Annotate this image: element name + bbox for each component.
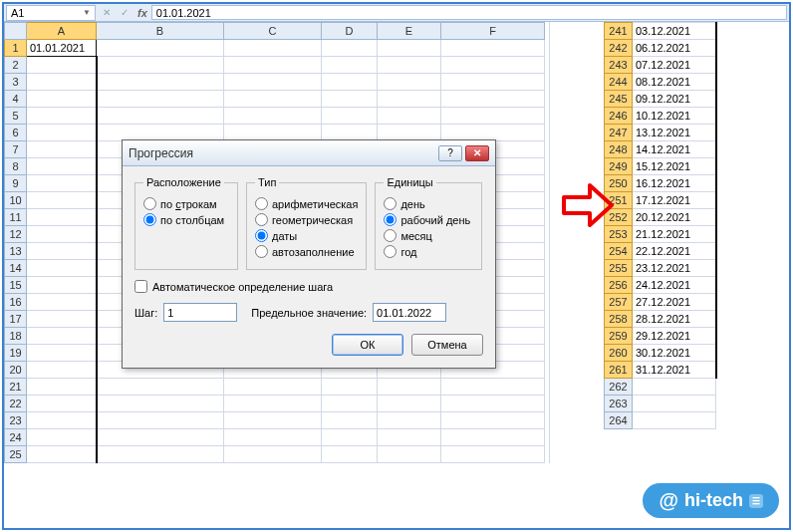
row-header-6[interactable]: 6	[5, 125, 27, 141]
cell-F3[interactable]	[441, 74, 545, 91]
cell-C21[interactable]	[224, 379, 322, 396]
cell-E21[interactable]	[378, 379, 441, 396]
cell-right-245[interactable]: 09.12.2021	[633, 91, 716, 108]
cell-A21[interactable]	[27, 379, 97, 396]
row-header-259[interactable]: 259	[605, 328, 633, 345]
cell-right-248[interactable]: 14.12.2021	[633, 141, 716, 158]
row-header-2[interactable]: 2	[5, 57, 27, 74]
row-header-21[interactable]: 21	[5, 379, 27, 396]
cell-A9[interactable]	[27, 175, 97, 192]
row-header-16[interactable]: 16	[5, 294, 27, 311]
row-header-18[interactable]: 18	[5, 328, 27, 345]
row-header-22[interactable]: 22	[5, 396, 27, 412]
select-all-corner[interactable]	[5, 23, 27, 40]
cancel-formula-icon[interactable]: ✕	[98, 7, 116, 18]
cell-A25[interactable]	[27, 446, 97, 463]
cell-B21[interactable]	[97, 379, 224, 396]
cell-E4[interactable]	[378, 91, 441, 108]
cell-right-256[interactable]: 24.12.2021	[633, 277, 716, 294]
row-header-20[interactable]: 20	[5, 362, 27, 379]
cell-right-247[interactable]: 13.12.2021	[633, 125, 716, 141]
row-header-242[interactable]: 242	[605, 40, 633, 57]
cell-C2[interactable]	[224, 57, 322, 74]
cell-right-242[interactable]: 06.12.2021	[633, 40, 716, 57]
col-header-E[interactable]: E	[378, 23, 441, 40]
row-header-243[interactable]: 243	[605, 57, 633, 74]
cell-right-258[interactable]: 28.12.2021	[633, 311, 716, 328]
cell-D1[interactable]	[322, 40, 378, 57]
cell-D25[interactable]	[322, 446, 378, 463]
cell-D24[interactable]	[322, 429, 378, 446]
row-header-255[interactable]: 255	[605, 260, 633, 277]
cell-right-246[interactable]: 10.12.2021	[633, 108, 716, 125]
radio-dates[interactable]: даты	[255, 229, 358, 242]
cell-right-257[interactable]: 27.12.2021	[633, 294, 716, 311]
limit-input[interactable]	[373, 303, 446, 322]
cell-B4[interactable]	[97, 91, 224, 108]
cell-B5[interactable]	[97, 108, 224, 125]
cell-F22[interactable]	[441, 396, 545, 412]
cell-C1[interactable]	[224, 40, 322, 57]
row-header-248[interactable]: 248	[605, 141, 633, 158]
row-header-12[interactable]: 12	[5, 226, 27, 243]
cell-A5[interactable]	[27, 108, 97, 125]
cell-right-251[interactable]: 17.12.2021	[633, 192, 716, 209]
row-header-247[interactable]: 247	[605, 125, 633, 141]
cell-A18[interactable]	[27, 328, 97, 345]
cell-F2[interactable]	[441, 57, 545, 74]
cell-A2[interactable]	[27, 57, 97, 74]
cell-D4[interactable]	[322, 91, 378, 108]
cell-right-263[interactable]	[633, 396, 716, 412]
cell-right-253[interactable]: 21.12.2021	[633, 226, 716, 243]
cell-A17[interactable]	[27, 311, 97, 328]
col-header-F[interactable]: F	[441, 23, 545, 40]
row-header-5[interactable]: 5	[5, 108, 27, 125]
cell-C5[interactable]	[224, 108, 322, 125]
cancel-button[interactable]: Отмена	[411, 334, 483, 356]
cell-C6[interactable]	[224, 125, 322, 141]
cell-right-249[interactable]: 15.12.2021	[633, 158, 716, 175]
cell-F24[interactable]	[441, 429, 545, 446]
radio-geom[interactable]: геометрическая	[255, 213, 358, 226]
cell-D21[interactable]	[322, 379, 378, 396]
row-header-254[interactable]: 254	[605, 243, 633, 260]
cell-E3[interactable]	[378, 74, 441, 91]
row-header-23[interactable]: 23	[5, 412, 27, 429]
cell-F4[interactable]	[441, 91, 545, 108]
cell-A24[interactable]	[27, 429, 97, 446]
formula-value[interactable]: 01.01.2021	[151, 5, 787, 20]
chevron-down-icon[interactable]: ▼	[83, 8, 91, 17]
row-header-244[interactable]: 244	[605, 74, 633, 91]
cell-right-264[interactable]	[633, 412, 716, 429]
radio-year[interactable]: год	[384, 245, 473, 258]
cell-C23[interactable]	[224, 412, 322, 429]
row-header-245[interactable]: 245	[605, 91, 633, 108]
row-header-256[interactable]: 256	[605, 277, 633, 294]
row-header-263[interactable]: 263	[605, 396, 633, 412]
row-header-17[interactable]: 17	[5, 311, 27, 328]
fx-icon[interactable]: fx	[133, 7, 151, 19]
cell-A10[interactable]	[27, 192, 97, 209]
cell-B24[interactable]	[97, 429, 224, 446]
cell-C25[interactable]	[224, 446, 322, 463]
row-header-14[interactable]: 14	[5, 260, 27, 277]
cell-D6[interactable]	[322, 125, 378, 141]
col-header-D[interactable]: D	[322, 23, 378, 40]
cell-right-244[interactable]: 08.12.2021	[633, 74, 716, 91]
cell-A20[interactable]	[27, 362, 97, 379]
cell-C3[interactable]	[224, 74, 322, 91]
radio-arith[interactable]: арифметическая	[255, 197, 358, 210]
cell-A1[interactable]: 01.01.2021	[27, 40, 97, 57]
radio-workday[interactable]: рабочий день	[384, 213, 473, 226]
cell-E2[interactable]	[378, 57, 441, 74]
col-header-A[interactable]: A	[27, 23, 97, 40]
cell-B23[interactable]	[97, 412, 224, 429]
row-header-257[interactable]: 257	[605, 294, 633, 311]
cell-A8[interactable]	[27, 158, 97, 175]
row-header-25[interactable]: 25	[5, 446, 27, 463]
cell-D3[interactable]	[322, 74, 378, 91]
cell-right-255[interactable]: 23.12.2021	[633, 260, 716, 277]
cell-right-262[interactable]	[633, 379, 716, 396]
cell-B1[interactable]	[97, 40, 224, 57]
close-button[interactable]: ✕	[465, 145, 489, 161]
